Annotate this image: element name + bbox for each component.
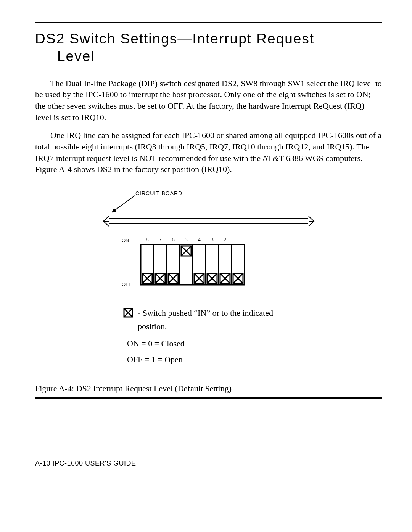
on-label: ON — [122, 238, 132, 243]
sw-num-5: 5 — [185, 236, 188, 243]
sw-num-1: 1 — [237, 236, 240, 243]
off-label: OFF — [122, 281, 132, 287]
sw4-off — [194, 273, 204, 283]
page-title: DS2 Switch Settings—Interrupt Request Le… — [35, 30, 382, 66]
paragraph-1: The Dual In-line Package (DIP) switch de… — [35, 78, 382, 123]
sw2-off — [220, 273, 230, 283]
legend-on-eq: ON = 0 = Closed — [127, 337, 315, 350]
legend-off-eq: OFF = 1 = Open — [127, 353, 315, 366]
edge-right-icon — [308, 215, 315, 227]
paragraph-2: One IRQ line can be assigned for each IP… — [35, 130, 382, 175]
title-line-1: DS2 Switch Settings—Interrupt Request — [35, 31, 314, 47]
legend: - Switch pushed “IN” or to the indicated… — [123, 306, 315, 366]
top-rule — [35, 22, 382, 23]
sw-num-6: 6 — [172, 236, 175, 243]
circuit-board-label: CIRCUIT BOARD — [135, 190, 182, 196]
diagram: CIRCUIT BOARD ON — [35, 190, 382, 368]
svg-marker-1 — [112, 208, 116, 212]
dip-switch-icon: 8 7 6 5 4 3 2 1 — [137, 236, 251, 287]
title-line-2: Level — [35, 48, 95, 64]
sw6-off — [168, 273, 178, 283]
sw-num-2: 2 — [224, 236, 227, 243]
sw-num-4: 4 — [198, 236, 201, 243]
sw3-off — [207, 273, 217, 283]
sw-num-7: 7 — [159, 236, 162, 243]
figure-rule — [35, 397, 382, 399]
sw8-off — [142, 273, 152, 283]
dip-switch: ON OFF 8 7 6 5 4 3 2 1 — [122, 236, 315, 289]
sw-num-3: 3 — [211, 236, 214, 243]
sw-num-8: 8 — [146, 236, 149, 243]
pointer-arrow-icon — [103, 192, 137, 216]
sw1-off — [233, 273, 243, 283]
figure-caption: Figure A-4: DS2 Interrupt Request Level … — [35, 384, 382, 394]
edge-left-icon — [102, 215, 109, 227]
sw7-off — [155, 273, 165, 283]
page-footer: A-10 IPC-1600 USER'S GUIDE — [35, 460, 382, 468]
legend-pushed-text: - Switch pushed “IN” or to the indicated… — [138, 306, 283, 333]
sw5-on — [181, 246, 191, 256]
board-edge — [102, 215, 315, 227]
x-box-icon — [123, 308, 133, 318]
